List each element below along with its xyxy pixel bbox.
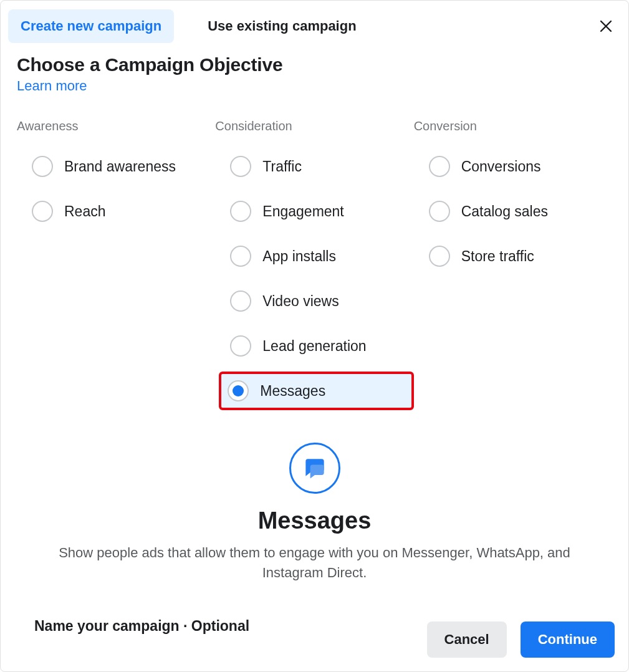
- radio-label: Catalog sales: [461, 203, 548, 220]
- radio-traffic[interactable]: Traffic: [221, 147, 413, 186]
- objective-columns: Awareness Brand awareness Reach Consider…: [1, 119, 628, 416]
- radio-video-views[interactable]: Video views: [221, 282, 413, 320]
- column-header-awareness: Awareness: [17, 119, 215, 133]
- tab-use-existing-campaign[interactable]: Use existing campaign: [195, 9, 368, 43]
- radio-label: Conversions: [461, 158, 541, 175]
- radio-catalog-sales[interactable]: Catalog sales: [420, 192, 612, 231]
- column-conversion: Conversion Conversions Catalog sales Sto…: [414, 119, 612, 416]
- column-header-conversion: Conversion: [414, 119, 612, 133]
- radio-circle-icon: [228, 380, 249, 401]
- objective-detail-title: Messages: [38, 507, 591, 534]
- radio-store-traffic[interactable]: Store traffic: [420, 237, 612, 276]
- radio-label: Traffic: [262, 158, 302, 175]
- learn-more-link[interactable]: Learn more: [17, 78, 87, 94]
- radio-engagement[interactable]: Engagement: [221, 192, 413, 231]
- close-icon: [598, 19, 613, 34]
- radio-label: App installs: [262, 248, 336, 265]
- radio-label: Store traffic: [461, 248, 534, 265]
- radio-label: Lead generation: [262, 338, 366, 355]
- radio-circle-icon: [429, 201, 450, 222]
- radio-circle-icon: [429, 246, 450, 267]
- heading-block: Choose a Campaign Objective Learn more: [1, 43, 628, 94]
- radio-messages[interactable]: Messages: [219, 372, 413, 410]
- column-awareness: Awareness Brand awareness Reach: [17, 119, 215, 416]
- cancel-button[interactable]: Cancel: [427, 622, 507, 658]
- tabs-row: Create new campaign Use existing campaig…: [1, 1, 628, 43]
- continue-button[interactable]: Continue: [521, 622, 615, 658]
- tab-create-new-campaign[interactable]: Create new campaign: [8, 9, 174, 43]
- radio-circle-icon: [230, 156, 251, 177]
- page-title: Choose a Campaign Objective: [17, 54, 612, 75]
- radio-circle-icon: [230, 201, 251, 222]
- radio-circle-icon: [32, 201, 53, 222]
- radio-label: Engagement: [262, 203, 343, 220]
- radio-circle-icon: [230, 290, 251, 312]
- radio-label: Brand awareness: [64, 158, 176, 175]
- radio-circle-icon: [230, 246, 251, 267]
- radio-circle-icon: [429, 156, 450, 177]
- radio-label: Messages: [260, 383, 325, 400]
- objective-detail-panel: Messages Show people ads that allow them…: [1, 443, 628, 583]
- radio-label: Reach: [64, 203, 105, 220]
- radio-reach[interactable]: Reach: [23, 192, 215, 231]
- name-campaign-label: Name your campaign · Optional: [34, 618, 249, 635]
- radio-conversions[interactable]: Conversions: [420, 147, 612, 186]
- footer-actions: Cancel Continue: [427, 622, 615, 658]
- radio-label: Video views: [262, 293, 339, 310]
- radio-lead-generation[interactable]: Lead generation: [221, 327, 413, 365]
- radio-app-installs[interactable]: App installs: [221, 237, 413, 276]
- objective-detail-description: Show people ads that allow them to engag…: [38, 543, 591, 583]
- close-button[interactable]: [595, 15, 617, 37]
- radio-brand-awareness[interactable]: Brand awareness: [23, 147, 215, 186]
- column-header-consideration: Consideration: [215, 119, 413, 133]
- column-consideration: Consideration Traffic Engagement App ins…: [215, 119, 413, 416]
- radio-circle-icon: [230, 335, 251, 357]
- radio-circle-icon: [32, 156, 53, 177]
- messages-icon: [289, 443, 340, 494]
